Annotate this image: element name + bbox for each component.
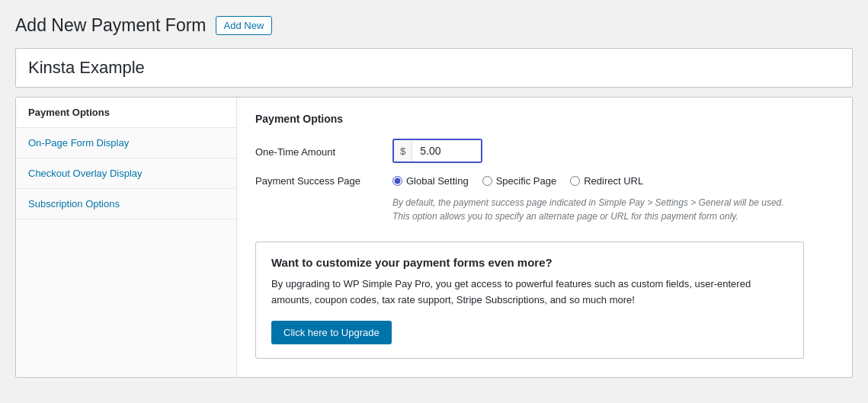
page-title: Add New Payment Form (15, 15, 207, 36)
one-time-amount-label: One-Time Amount (255, 145, 392, 158)
section-title: Payment Options (255, 113, 834, 125)
payment-success-row: Payment Success Page Global Setting Spec… (255, 175, 834, 187)
sidebar-item-payment-options[interactable]: Payment Options (16, 98, 236, 128)
radio-redirect-url[interactable]: Redirect URL (570, 175, 643, 187)
radio-specific-page[interactable]: Specific Page (482, 175, 557, 187)
one-time-amount-box: $ (392, 139, 482, 163)
one-time-amount-row: One-Time Amount $ (255, 139, 834, 163)
radio-group: Global Setting Specific Page Redirect UR… (392, 175, 643, 187)
sidebar-item-on-page-form-display[interactable]: On-Page Form Display (16, 128, 236, 158)
add-new-button[interactable]: Add New (216, 16, 273, 35)
form-title-bar (15, 48, 853, 88)
upgrade-button[interactable]: Click here to Upgrade (271, 321, 392, 344)
sidebar-item-checkout-overlay-display[interactable]: Checkout Overlay Display (16, 158, 236, 189)
upgrade-desc: By upgrading to WP Simple Pay Pro, you g… (271, 277, 788, 309)
main-content: Payment Options On-Page Form Display Che… (15, 97, 853, 378)
content-area: Payment Options One-Time Amount $ Paymen… (237, 98, 852, 377)
currency-symbol: $ (394, 141, 412, 162)
sidebar: Payment Options On-Page Form Display Che… (16, 98, 237, 377)
upgrade-box: Want to customize your payment forms eve… (255, 241, 804, 359)
payment-success-label: Payment Success Page (255, 175, 392, 187)
page-header: Add New Payment Form Add New (15, 15, 853, 36)
help-text: By default, the payment success page ind… (392, 196, 819, 223)
form-title-input[interactable] (28, 58, 840, 78)
upgrade-title: Want to customize your payment forms eve… (271, 256, 788, 269)
one-time-amount-control: $ (392, 139, 482, 163)
radio-global-setting[interactable]: Global Setting (392, 175, 469, 187)
sidebar-item-subscription-options[interactable]: Subscription Options (16, 189, 236, 219)
amount-input[interactable] (412, 140, 481, 162)
